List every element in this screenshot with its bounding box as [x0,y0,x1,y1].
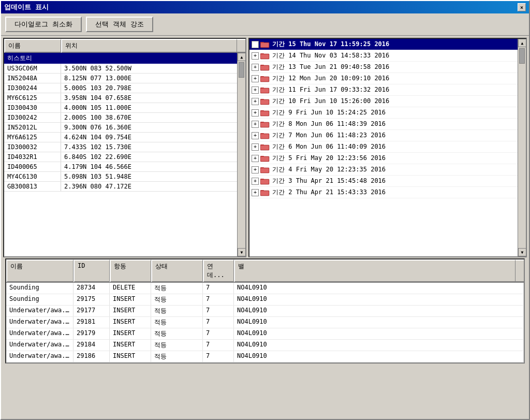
bc-name: Sounding [6,283,73,294]
bottom-table-row[interactable]: Underwater/awa... 29179 INSERT 적등 7 NO4L… [6,328,524,340]
left-table-row[interactable]: ID400065 4.179N 104 46.566E [4,162,237,172]
expand-btn[interactable]: + [252,178,259,185]
cell-pos: 6.840S 102 22.690E [61,152,237,162]
left-table-row[interactable]: ID300242 2.000S 100 38.670E [4,113,237,123]
right-scroll-down[interactable]: ▼ [518,248,526,256]
bottom-table-row[interactable]: Underwater/awa... 29181 INSERT 적등 7 NO4L… [6,317,524,328]
folder-icon [260,40,270,49]
scroll-thumb[interactable] [239,62,244,78]
bottom-table-row[interactable]: Sounding 29175 INSERT 적등 7 NO4L0910 [6,294,524,306]
svg-rect-18 [261,89,269,93]
scroll-down-btn[interactable]: ▼ [238,248,245,256]
bc-name: Underwater/awa... [6,340,73,351]
tree-item[interactable]: + 기간 13 Tue Jun 21 09:40:58 2016 [249,62,518,73]
right-scroll-track [518,47,526,248]
tree-item[interactable]: + 기간 15 Thu Nov 17 11:59:25 2016 [249,39,518,50]
cell-pos: 2.000S 100 38.670E [61,113,237,122]
left-table-row[interactable]: ID300430 4.000N 105 11.000E [4,103,237,113]
svg-rect-6 [261,54,269,59]
expand-btn[interactable]: + [252,132,259,139]
bc-id: 29186 [73,351,110,362]
bc-action: INSERT [110,351,151,362]
svg-rect-10 [261,66,269,70]
tree-label: 기간 9 Fri Jun 10 15:24:25 2016 [272,108,386,117]
right-scrollbar[interactable]: ▲ ▼ [518,39,526,256]
dialog-minimize-button[interactable]: 다이얼로그 최소화 [5,17,82,32]
expand-btn[interactable]: + [252,86,259,94]
close-button[interactable]: × [518,3,526,11]
bc-priority: 7 [203,328,234,339]
expand-btn[interactable]: + [252,143,259,151]
bc-value: NO4L0910 [234,351,524,362]
left-table-row[interactable]: ID300244 5.000S 103 20.798E [4,83,237,93]
svg-rect-22 [261,100,269,104]
right-scroll-thumb[interactable] [519,48,525,64]
tree-label: 기간 4 Fri May 20 12:23:35 2016 [272,165,386,174]
left-panel-inner: 히스토리 US3GC06M 3.500N 083 52.500W IN52048… [4,53,245,256]
expand-btn[interactable]: + [252,121,259,128]
left-table-row[interactable]: ID300032 7.433S 102 15.730E [4,142,237,152]
cell-name: ID300244 [4,83,61,93]
cell-name: ID400065 [4,162,61,171]
left-table-row[interactable]: MY4C6130 5.098N 103 51.948E [4,172,237,182]
left-panel-content[interactable]: 히스토리 US3GC06M 3.500N 083 52.500W IN52048… [4,53,237,256]
folder-icon [260,143,270,151]
bottom-table-row[interactable]: Underwater/awa... 29184 INSERT 적등 7 NO4L… [6,340,524,351]
left-table-row[interactable]: MY6A6125 4.624N 104 09.754E [4,133,237,142]
tree-item[interactable]: + 기간 14 Thu Nov 03 14:58:33 2016 [249,50,518,62]
bc-status: 적등 [151,306,203,316]
left-table-row[interactable]: GB300813 2.396N 080 47.172E [4,182,237,192]
scroll-track [238,61,245,248]
scroll-up-btn[interactable]: ▲ [238,53,245,61]
left-table-header: 이름 위치 [4,39,245,53]
expand-btn[interactable]: + [252,64,259,71]
expand-btn[interactable]: + [252,189,259,196]
tree-item[interactable]: + 기간 10 Fri Jun 10 15:26:00 2016 [249,96,518,107]
cell-name: MY6C6125 [4,93,61,103]
tree-item[interactable]: + 기간 2 Thu Apr 21 15:43:33 2016 [249,187,518,198]
bottom-content[interactable]: Sounding 28734 DELETE 적등 7 NO4L0910 Soun… [6,283,524,363]
left-table-row[interactable]: IN52012L 9.300N 076 16.360E [4,123,237,133]
tree-item[interactable]: + 기간 4 Fri May 20 12:23:35 2016 [249,164,518,176]
tree-item[interactable]: + 기간 11 Fri Jun 17 09:33:32 2016 [249,84,518,96]
expand-btn[interactable]: + [252,98,259,105]
expand-btn[interactable]: + [252,75,259,82]
bottom-table-row[interactable]: Underwater/awa... 29177 INSERT 적등 7 NO4L… [6,306,524,317]
left-table-row[interactable]: IN52048A 8.125N 077 13.000E [4,74,237,83]
bh-id: ID [73,259,110,282]
left-scrollbar[interactable]: ▲ ▼ [237,53,245,256]
expand-btn[interactable]: + [252,41,259,48]
highlight-selected-button[interactable]: 선택 객체 강조 [86,17,153,32]
expand-btn[interactable]: + [252,109,259,117]
tree-item[interactable]: + 기간 6 Mon Jun 06 11:40:09 2016 [249,141,518,153]
left-table-row[interactable]: US3GC06M 3.500N 083 52.500W [4,64,237,74]
tree-item[interactable]: + 기간 8 Mon Jun 06 11:48:39 2016 [249,119,518,130]
toolbar: 다이얼로그 최소화 선택 객체 강조 [1,13,529,36]
left-table-row[interactable]: MY6C6125 3.958N 104 07.658E [4,93,237,103]
bh-value: 밸 [234,259,516,282]
tree-item[interactable]: + 기간 7 Mon Jun 06 11:48:23 2016 [249,130,518,141]
tree-label: 기간 3 Thu Apr 21 15:45:48 2016 [272,177,386,185]
tree-item[interactable]: + 기간 3 Thu Apr 21 15:45:48 2016 [249,176,518,187]
folder-icon [260,154,270,163]
bc-status: 적등 [151,340,203,351]
svg-rect-46 [261,168,269,172]
right-panel-inner: + 기간 15 Thu Nov 17 11:59:25 2016 + 기간 14… [249,39,526,256]
bottom-table-row[interactable]: Underwater/awa... 29186 INSERT 적등 7 NO4L… [6,351,524,363]
cell-name: GB300813 [4,182,61,191]
bh-priority: 연데... [203,259,234,282]
tree-label: 기간 7 Mon Jun 06 11:48:23 2016 [272,131,386,140]
folder-icon [260,63,270,71]
tree-item[interactable]: + 기간 5 Fri May 20 12:23:56 2016 [249,153,518,164]
expand-btn[interactable]: + [252,52,259,60]
bottom-table-row[interactable]: Sounding 28734 DELETE 적등 7 NO4L0910 [6,283,524,294]
tree-item[interactable]: + 기간 9 Fri Jun 10 15:24:25 2016 [249,107,518,119]
folder-icon [260,120,270,128]
tree-item[interactable]: + 기간 12 Mon Jun 20 10:09:10 2016 [249,73,518,84]
right-scroll-up[interactable]: ▲ [518,39,526,47]
bc-id: 29184 [73,340,110,351]
expand-btn[interactable]: + [252,166,259,173]
left-table-row[interactable]: ID4032R1 6.840S 102 22.690E [4,152,237,162]
right-content[interactable]: + 기간 15 Thu Nov 17 11:59:25 2016 + 기간 14… [249,39,518,256]
expand-btn[interactable]: + [252,155,259,162]
